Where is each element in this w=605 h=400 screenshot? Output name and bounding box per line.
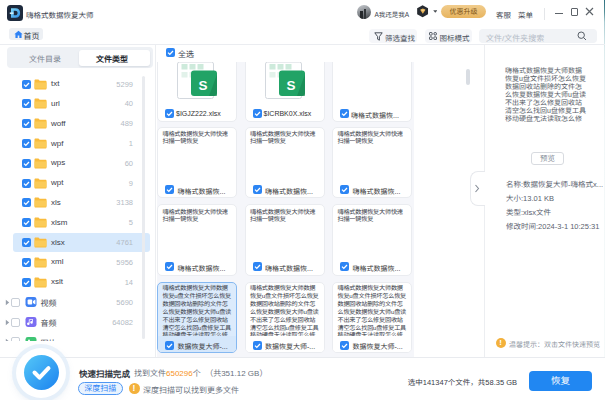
svg-text:S: S bbox=[286, 78, 295, 93]
svg-text:S: S bbox=[198, 78, 207, 93]
